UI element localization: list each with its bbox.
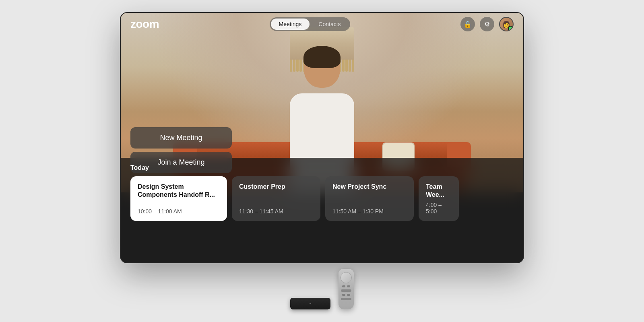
tab-meetings[interactable]: Meetings (271, 19, 310, 30)
lock-button[interactable]: 🔒 (460, 17, 475, 31)
settings-button[interactable]: ⚙ (480, 17, 494, 31)
remote-btn-b[interactable] (347, 294, 350, 296)
apple-tv-remote (339, 269, 354, 309)
meeting-title-1: Design System Components Handoff R... (138, 183, 220, 200)
meeting-time-4: 4:00 – 5:00 (426, 202, 452, 215)
gear-icon: ⚙ (484, 21, 490, 28)
remote-btn-a[interactable] (342, 294, 345, 296)
remote-buttons-row (342, 285, 350, 287)
today-label: Today (130, 164, 514, 171)
meeting-time-2: 11:30 – 11:45 AM (239, 208, 313, 215)
apple-tv-status-light (310, 303, 311, 304)
apple-tv-box (290, 298, 330, 309)
meeting-card-1[interactable]: Design System Components Handoff R... 10… (130, 176, 227, 221)
zoom-logo: zoom (130, 18, 159, 31)
remote-btn-touchbar[interactable] (341, 289, 351, 292)
remote-btn-right[interactable] (347, 285, 350, 287)
meeting-card-4[interactable]: Team Wee... 4:00 – 5:00 (419, 176, 459, 221)
device-container (290, 269, 354, 309)
header-icons: 🔒 ⚙ 👩 (460, 17, 514, 31)
meeting-time-1: 10:00 – 11:00 AM (138, 208, 220, 215)
avatar-image: 👩 (500, 18, 513, 31)
meeting-time-3: 11:50 AM – 1:30 PM (332, 208, 407, 215)
remote-btn-left[interactable] (342, 285, 345, 287)
lock-icon: 🔒 (464, 21, 472, 28)
remote-btn-bottom[interactable] (341, 298, 351, 300)
tv-screen: zoom Meetings Contacts 🔒 ⚙ 👩 New Meeting (121, 13, 523, 262)
avatar-button[interactable]: 👩 (499, 17, 514, 31)
meeting-title-2: Customer Prep (239, 183, 313, 191)
meetings-row: Design System Components Handoff R... 10… (130, 176, 514, 221)
meeting-card-3[interactable]: New Project Sync 11:50 AM – 1:30 PM (325, 176, 414, 221)
remote-clickpad[interactable] (341, 272, 352, 283)
meeting-title-3: New Project Sync (332, 183, 407, 191)
tab-contacts[interactable]: Contacts (310, 19, 349, 30)
nav-tabs: Meetings Contacts (270, 17, 350, 31)
remote-buttons-row-2 (342, 294, 350, 296)
meeting-card-2[interactable]: Customer Prep 11:30 – 11:45 AM (232, 176, 320, 221)
header: zoom Meetings Contacts 🔒 ⚙ 👩 (121, 13, 523, 35)
bottom-content: Today Design System Components Handoff R… (121, 158, 523, 262)
new-meeting-button[interactable]: New Meeting (130, 127, 232, 149)
meeting-title-4: Team Wee... (426, 183, 452, 200)
